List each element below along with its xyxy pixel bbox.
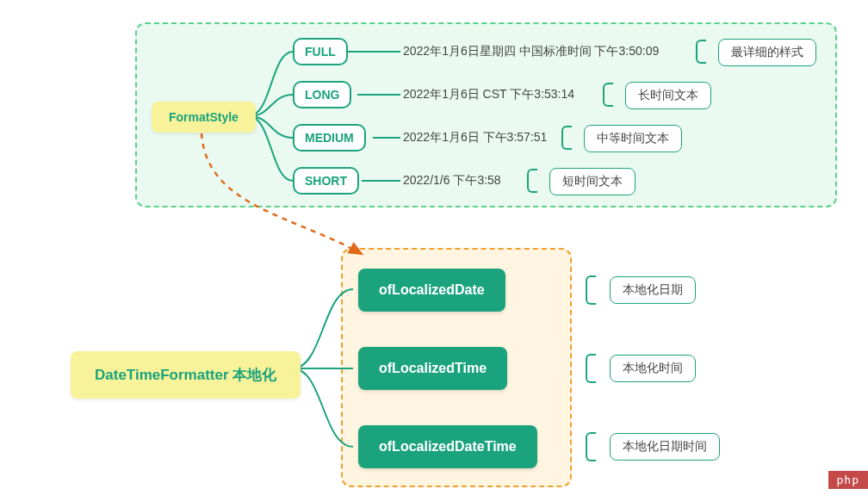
example-medium: 2022年1月6日 下午3:57:51 xyxy=(403,130,547,145)
note-medium: 中等时间文本 xyxy=(584,125,682,152)
note-full: 最详细的样式 xyxy=(718,39,816,66)
bracket-icon xyxy=(586,275,596,305)
example-full: 2022年1月6日星期四 中国标准时间 下午3:50:09 xyxy=(403,44,659,59)
of-localized-time: ofLocalizedTime xyxy=(358,347,507,390)
of-localized-date-time: ofLocalizedDateTime xyxy=(358,425,537,468)
bracket-icon xyxy=(586,354,596,383)
watermark: php xyxy=(828,471,868,489)
bracket-icon xyxy=(603,83,613,107)
bracket-icon xyxy=(561,126,572,150)
bracket-icon xyxy=(696,40,706,64)
format-style-long: LONG xyxy=(293,81,351,108)
bracket-icon xyxy=(586,432,596,461)
example-long: 2022年1月6日 CST 下午3:53:14 xyxy=(403,87,574,102)
format-style-root: FormatStyle xyxy=(152,102,256,133)
example-short: 2022/1/6 下午3:58 xyxy=(403,173,501,189)
note-short: 短时间文本 xyxy=(549,168,636,195)
bracket-icon xyxy=(527,169,537,193)
format-style-full: FULL xyxy=(293,38,348,65)
datetimeformatter-root: DateTimeFormatter 本地化 xyxy=(71,351,301,399)
note-long: 长时间文本 xyxy=(625,82,711,109)
format-style-medium: MEDIUM xyxy=(293,124,366,152)
note-date-time: 本地化日期时间 xyxy=(610,433,720,461)
of-localized-date: ofLocalizedDate xyxy=(358,269,505,312)
note-time: 本地化时间 xyxy=(610,355,696,382)
note-date: 本地化日期 xyxy=(610,276,696,304)
format-style-short: SHORT xyxy=(293,167,359,195)
